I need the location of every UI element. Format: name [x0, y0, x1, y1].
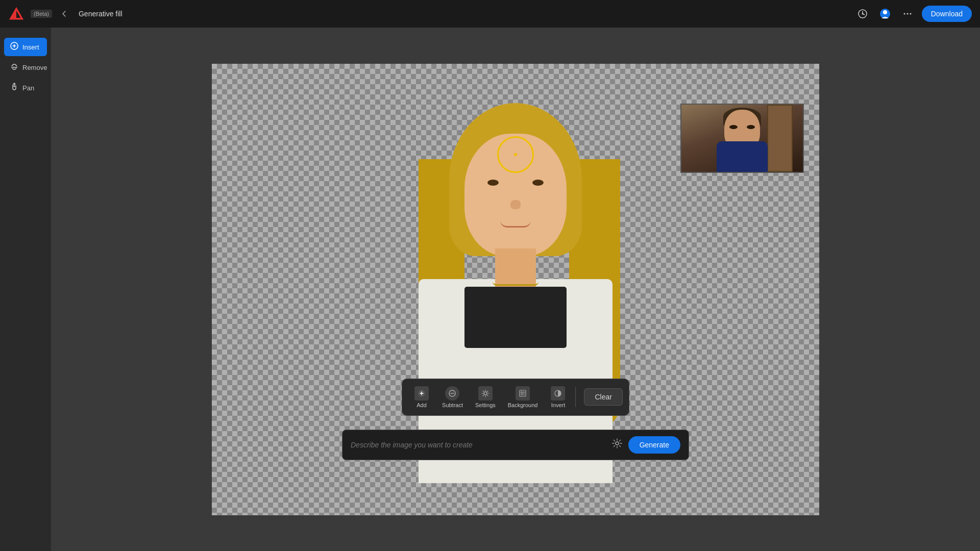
remove-tool-label: Remove — [22, 64, 47, 71]
webcam-preview — [680, 104, 804, 173]
user-avatar[interactable] — [877, 6, 893, 22]
topbar-right: Download — [854, 6, 972, 22]
background-label: Background — [508, 402, 538, 408]
pan-tool-button[interactable]: Pan — [4, 79, 47, 97]
background-button[interactable]: Background — [503, 383, 543, 411]
back-button[interactable] — [58, 8, 70, 20]
beta-badge: (Beta) — [31, 10, 52, 18]
insert-tool-label: Insert — [22, 43, 39, 51]
clear-button[interactable]: Clear — [584, 388, 622, 406]
prompt-settings-icon[interactable] — [612, 438, 622, 451]
person-body — [408, 98, 623, 481]
subtract-button[interactable]: Subtract — [437, 383, 468, 411]
main-area: Insert Remove Pa — [0, 28, 980, 551]
settings-button[interactable]: Settings — [470, 383, 501, 411]
svg-point-10 — [910, 13, 911, 15]
subtract-icon — [446, 386, 460, 400]
svg-point-7 — [883, 10, 887, 14]
subtract-label: Subtract — [442, 402, 463, 408]
person-image — [383, 98, 648, 481]
invert-button[interactable]: Invert — [545, 383, 571, 411]
body-dark — [464, 287, 567, 348]
svg-point-5 — [862, 13, 863, 15]
add-label: Add — [416, 402, 427, 408]
add-icon — [414, 386, 429, 400]
pan-tool-label: Pan — [22, 84, 34, 92]
remove-tool-button[interactable]: Remove — [4, 58, 47, 77]
page-title: Generative fill — [79, 10, 122, 18]
svg-point-9 — [906, 13, 908, 15]
insert-tool-button[interactable]: Insert — [4, 38, 47, 56]
face — [464, 134, 567, 256]
adobe-logo-icon — [8, 6, 24, 22]
webcam-person-image — [681, 105, 803, 172]
settings-label: Settings — [475, 402, 496, 408]
remove-icon — [10, 62, 18, 72]
svg-point-14 — [484, 392, 487, 395]
svg-rect-16 — [521, 391, 525, 395]
toolbar-separator — [575, 387, 576, 407]
svg-point-8 — [903, 13, 905, 15]
analytics-icon[interactable] — [854, 6, 871, 22]
more-options-icon[interactable] — [899, 6, 916, 22]
canvas-area[interactable]: Add Subtract — [51, 28, 980, 551]
insert-icon — [10, 42, 18, 52]
prompt-input[interactable] — [351, 441, 606, 449]
left-panel: Insert Remove Pa — [0, 28, 51, 551]
pan-icon — [10, 83, 18, 93]
webcam-body — [717, 141, 768, 172]
prompt-bar: Generate — [342, 430, 689, 460]
settings-icon — [478, 386, 493, 400]
generate-button[interactable]: Generate — [628, 436, 680, 454]
invert-label: Invert — [551, 402, 566, 408]
topbar: (Beta) Generative fill — [0, 0, 980, 28]
floating-toolbar: Add Subtract — [402, 379, 629, 416]
canvas-container: Add Subtract — [212, 64, 819, 515]
topbar-left: (Beta) Generative fill — [8, 6, 122, 22]
background-icon — [516, 386, 530, 400]
invert-icon — [551, 386, 565, 400]
svg-point-18 — [616, 442, 619, 445]
download-button[interactable]: Download — [922, 6, 972, 22]
add-button[interactable]: Add — [408, 383, 435, 411]
